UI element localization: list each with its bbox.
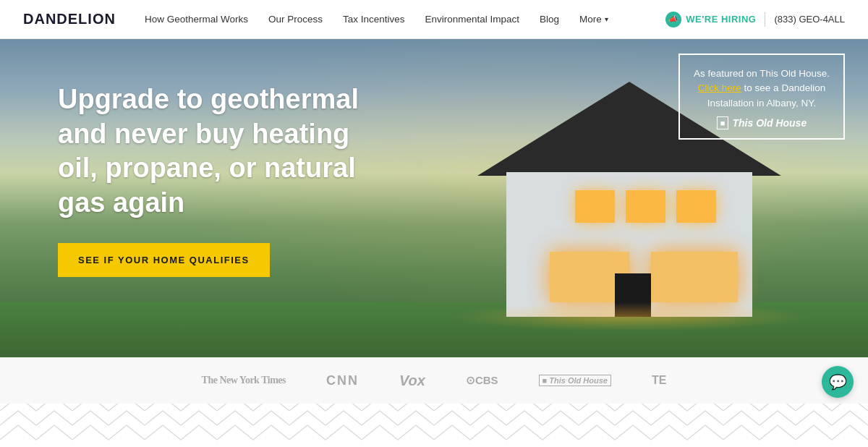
- nav-divider: [765, 12, 765, 27]
- hero-headline: Upgrade to geothermal and never buy heat…: [58, 82, 376, 220]
- nav-logo[interactable]: DANDELION: [23, 11, 116, 27]
- nav-link-geothermal[interactable]: How Geothermal Works: [145, 14, 248, 25]
- nav-link-blog[interactable]: Blog: [540, 14, 559, 25]
- ground-glow: [448, 302, 810, 331]
- media-logo-nyt: The New York Times: [202, 375, 286, 386]
- featured-box: As featured on This Old House. Click her…: [678, 54, 845, 140]
- chevron-down-icon: ▾: [605, 15, 608, 23]
- house-window-1: [575, 190, 615, 223]
- nav-link-tax[interactable]: Tax Incentives: [343, 14, 405, 25]
- pattern-svg: [0, 404, 868, 447]
- media-logo-toh: ■ This Old House: [539, 375, 611, 386]
- nav-link-process[interactable]: Our Process: [268, 14, 323, 25]
- megaphone-icon: 📣: [665, 12, 681, 27]
- this-old-house-text: This Old House: [732, 117, 807, 129]
- hero-content: Upgrade to geothermal and never buy heat…: [58, 82, 376, 277]
- featured-logo: ■ This Old House: [693, 116, 830, 129]
- house-window-3: [676, 190, 716, 223]
- media-logo-cbs: ⊙CBS: [466, 374, 498, 387]
- hiring-button[interactable]: 📣 WE'RE HIRING: [665, 12, 756, 27]
- media-logo-cnn: CNN: [326, 373, 359, 388]
- media-logo-tc: TE: [652, 374, 666, 387]
- main-nav: DANDELION How Geothermal Works Our Proce…: [0, 0, 868, 39]
- featured-link[interactable]: Click here: [698, 82, 741, 93]
- hero-cta-button[interactable]: SEE IF YOUR HOME QUALIFIES: [58, 243, 270, 277]
- nav-link-environmental[interactable]: Environmental Impact: [425, 14, 520, 25]
- chat-icon: 💬: [829, 373, 847, 391]
- phone-link[interactable]: (833) GEO-4ALL: [774, 14, 845, 25]
- this-old-house-logo-box: ■: [717, 116, 729, 129]
- house-window-bottom-2: [651, 252, 738, 302]
- house-window-2: [626, 190, 665, 223]
- svg-rect-0: [0, 404, 868, 447]
- hiring-label: WE'RE HIRING: [686, 14, 756, 25]
- media-logo-vox: Vox: [399, 372, 425, 389]
- featured-text-1: As featured on This Old House.: [694, 68, 830, 79]
- nav-links: How Geothermal Works Our Process Tax Inc…: [145, 14, 665, 25]
- nav-right: 📣 WE'RE HIRING (833) GEO-4ALL: [665, 12, 845, 27]
- bottom-pattern: [0, 404, 868, 447]
- nav-more-label: More: [579, 14, 602, 25]
- hero-section: Upgrade to geothermal and never buy heat…: [0, 39, 868, 375]
- featured-text: As featured on This Old House. Click her…: [693, 67, 830, 111]
- house-body: [506, 172, 752, 317]
- media-bar: The New York Times CNN Vox ⊙CBS ■ This O…: [0, 357, 868, 404]
- chat-bubble-button[interactable]: 💬: [822, 366, 854, 398]
- nav-more-dropdown[interactable]: More ▾: [579, 14, 608, 25]
